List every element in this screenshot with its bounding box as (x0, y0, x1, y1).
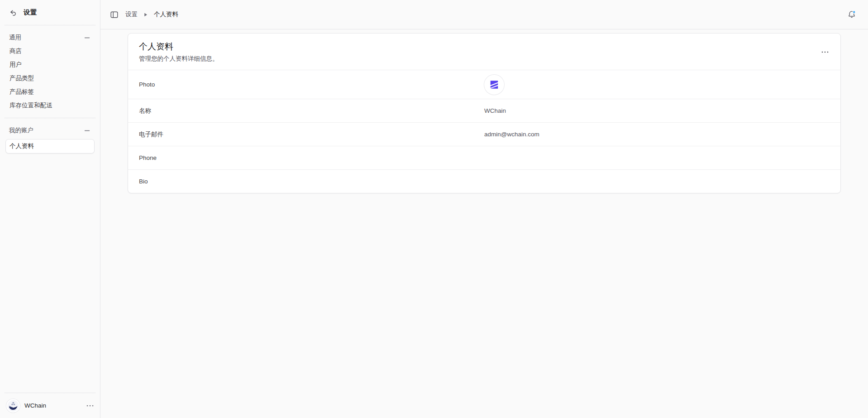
profile-row-bio: Bio (128, 169, 840, 193)
breadcrumb-settings[interactable]: 设置 (125, 10, 138, 19)
row-label: 电子邮件 (139, 130, 484, 139)
content-area: 个人资料 管理您的个人资料详细信息。 Photo (100, 29, 868, 418)
collapse-my-account-button[interactable] (83, 127, 91, 135)
main-column: 设置 个人资料 个人资料 (100, 0, 868, 418)
row-value: WChain (484, 107, 830, 114)
breadcrumb-profile: 个人资料 (154, 10, 178, 19)
sidebar-item-profile[interactable]: 个人资料 (5, 139, 95, 154)
minus-icon (84, 128, 90, 134)
row-label: Bio (139, 178, 484, 185)
sidebar-item-locations-shipping[interactable]: 库存位置和配送 (5, 99, 95, 112)
profile-row-phone: Phone (128, 146, 840, 169)
bell-with-dot-icon (847, 10, 856, 19)
profile-card-header: 个人资料 管理您的个人资料详细信息。 (128, 34, 840, 70)
app-root: 设置 通用 商店 用户 产品类型 产品标签 (0, 0, 868, 418)
section-label: 通用 (9, 34, 21, 42)
back-button[interactable] (9, 8, 18, 17)
settings-sidebar: 设置 通用 商店 用户 产品类型 产品标签 (0, 0, 100, 418)
profile-photo (484, 75, 504, 95)
row-value (484, 75, 830, 95)
sidebar-toggle-button[interactable] (110, 10, 119, 19)
page-title: 个人资料 (139, 41, 219, 53)
topbar: 设置 个人资料 (100, 0, 868, 29)
panel-left-icon (110, 11, 118, 19)
minus-icon (84, 35, 90, 41)
page-subtitle: 管理您的个人资料详细信息。 (139, 55, 219, 63)
row-value: admin@wchain.com (484, 131, 830, 138)
profile-row-photo: Photo (128, 70, 840, 99)
section-header-my-account: 我的账户 (5, 124, 95, 137)
profile-card-heading: 个人资料 管理您的个人资料详细信息。 (139, 41, 219, 63)
sidebar-item-product-tags[interactable]: 产品标签 (5, 85, 95, 99)
ellipsis-icon (821, 51, 829, 53)
wchain-logo-icon (489, 80, 499, 90)
sidebar-item-store[interactable]: 商店 (5, 44, 95, 58)
notifications-button[interactable] (846, 9, 857, 20)
store-name: WChain (24, 402, 46, 409)
store-menu-button[interactable] (86, 404, 95, 408)
avatar (6, 399, 20, 413)
profile-row-name: 名称 WChain (128, 99, 840, 122)
sidebar-spacer (0, 159, 100, 393)
profile-card: 个人资料 管理您的个人资料详细信息。 Photo (128, 33, 841, 193)
section-label: 我的账户 (9, 126, 33, 135)
row-label: 名称 (139, 107, 484, 115)
triangle-right-icon (144, 13, 148, 17)
collapse-general-button[interactable] (83, 34, 91, 42)
sidebar-section-general: 通用 商店 用户 产品类型 产品标签 库存位置和配送 (0, 25, 100, 118)
section-header-general: 通用 (5, 31, 95, 44)
sidebar-item-label: 产品标签 (10, 88, 34, 96)
sidebar-item-product-types[interactable]: 产品类型 (5, 72, 95, 85)
sidebar-header: 设置 (0, 0, 100, 25)
ship-logo-icon (7, 400, 19, 412)
sidebar-item-label: 用户 (10, 61, 22, 69)
sidebar-item-label: 商店 (10, 47, 22, 55)
sidebar-footer: WChain (0, 393, 100, 418)
ellipsis-icon (86, 405, 94, 407)
arrow-uturn-left-icon (10, 9, 17, 16)
sidebar-section-my-account: 我的账户 个人资料 (0, 118, 100, 159)
row-label: Photo (139, 81, 484, 88)
profile-menu-button[interactable] (820, 50, 830, 54)
sidebar-item-label: 个人资料 (10, 142, 34, 150)
row-label: Phone (139, 154, 484, 161)
sidebar-item-label: 库存位置和配送 (10, 101, 52, 110)
sidebar-title: 设置 (24, 8, 37, 17)
sidebar-item-users[interactable]: 用户 (5, 58, 95, 72)
profile-row-email: 电子邮件 admin@wchain.com (128, 122, 840, 146)
sidebar-item-label: 产品类型 (10, 74, 34, 82)
